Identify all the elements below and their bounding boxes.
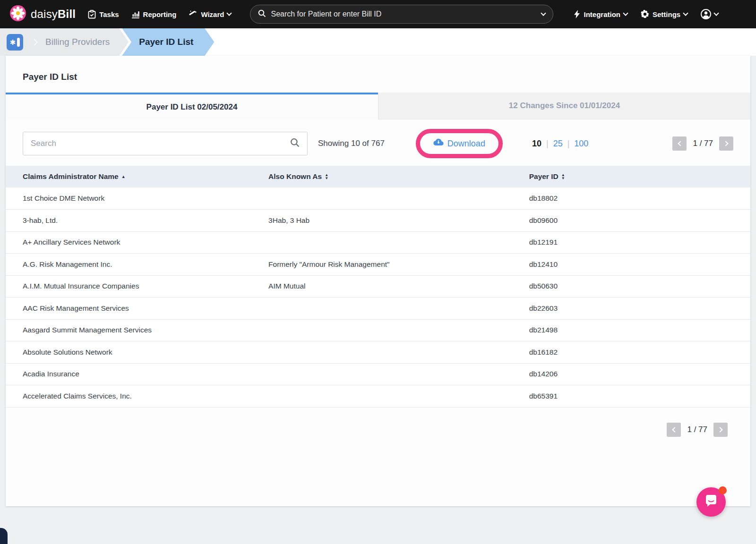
showing-count-label: Showing 10 of 767 [318, 139, 385, 148]
global-search-input[interactable] [271, 10, 537, 18]
annotation-highlight-ring: Download [416, 129, 503, 158]
next-page-button[interactable] [719, 136, 733, 151]
table-body: 1st Choice DME Network db18802 3-hab, Lt… [6, 187, 750, 407]
top-navigation-bar: daisyBill Tasks Reporting [0, 0, 756, 28]
tasks-clipboard-icon [88, 10, 96, 19]
sort-ascending-icon: ▲ [121, 175, 126, 179]
cell-payer-id: db12191 [512, 231, 750, 254]
chevron-left-icon [672, 427, 677, 432]
table-toolbar: Showing 10 of 767 Download 10 | 25 | 100 [6, 119, 750, 166]
table-search[interactable] [23, 132, 308, 155]
reporting-chart-icon [131, 10, 140, 18]
cell-claims-admin-name: Absolute Solutions Network [6, 341, 251, 364]
prev-page-button[interactable] [672, 136, 687, 151]
table-row[interactable]: Absolute Solutions Network db16182 [6, 341, 750, 364]
nav-item-tasks[interactable]: Tasks [88, 10, 119, 19]
daisybill-logo[interactable]: daisyBill [9, 5, 76, 24]
nav-item-integration[interactable]: Integration [574, 10, 627, 18]
table-row[interactable]: Aasgard Summit Management Services db214… [6, 319, 750, 341]
table-row[interactable]: Accelerated Claims Services, Inc. db6539… [6, 385, 750, 408]
chevron-left-icon [678, 141, 683, 146]
table-search-input[interactable] [31, 139, 290, 148]
cell-claims-admin-name: Accelerated Claims Services, Inc. [6, 385, 251, 408]
cloud-download-icon [433, 138, 444, 149]
tab-bar: Payer ID List 02/05/2024 12 Changes Sinc… [6, 93, 750, 119]
search-icon [258, 9, 266, 19]
cell-claims-admin-name: 3-hab, Ltd. [6, 210, 251, 232]
cell-also-known-as: AIM Mutual [251, 275, 512, 298]
cell-claims-admin-name: A.I.M. Mutual Insurance Companies [6, 275, 251, 298]
cell-also-known-as [251, 319, 512, 341]
column-header-also-known-as: Also Known As ▲▼ [251, 166, 512, 187]
cell-also-known-as [251, 341, 512, 364]
breadcrumb-item-payer-id-list[interactable]: Payer ID List [122, 28, 214, 56]
table-row[interactable]: A.I.M. Mutual Insurance Companies AIM Mu… [6, 275, 750, 298]
background-corner-shape [0, 528, 8, 544]
cell-payer-id: db22603 [512, 298, 750, 320]
cell-payer-id: db21498 [512, 319, 750, 341]
asterisk-glyph: ✱ [10, 39, 16, 46]
cell-payer-id: db09600 [512, 210, 750, 232]
download-button[interactable]: Download [433, 138, 485, 149]
chat-bubble-icon [704, 493, 719, 510]
page-size-100[interactable]: 100 [574, 139, 588, 149]
notification-dot [719, 486, 727, 494]
lightning-bolt-icon [574, 10, 580, 18]
daisy-flower-icon [9, 5, 26, 24]
chevron-down-icon[interactable] [541, 10, 546, 16]
pagination-bottom: 1 / 77 [6, 408, 750, 437]
cell-also-known-as [251, 363, 512, 385]
breadcrumb: ✱ Billing Providers Payer ID List [0, 28, 756, 56]
pagination-top: 1 / 77 [672, 136, 733, 151]
nav-item-wizard[interactable]: Wizard [189, 10, 231, 18]
cell-also-known-as [251, 187, 512, 210]
cell-payer-id: db18802 [512, 187, 750, 210]
next-page-button[interactable] [713, 423, 728, 437]
bar-glyph [17, 38, 20, 47]
chevron-down-icon [623, 10, 628, 16]
breadcrumb-previous-segment: ✱ Billing Providers [0, 28, 129, 56]
cell-claims-admin-name: 1st Choice DME Network [6, 187, 251, 210]
chevron-right-icon [723, 141, 728, 146]
cell-claims-admin-name: Acadia Insurance [6, 363, 251, 385]
user-avatar-icon [701, 9, 711, 19]
table-row[interactable]: 3-hab, Ltd. 3Hab, 3 Hab db09600 [6, 210, 750, 232]
chat-launcher-button[interactable] [696, 487, 726, 517]
page-size-25[interactable]: 25 [553, 139, 563, 149]
breadcrumb-separator-icon [31, 38, 38, 46]
cell-also-known-as [251, 231, 512, 254]
cell-payer-id: db65391 [512, 385, 750, 408]
table-row[interactable]: A.G. Risk Management Inc. Formerly "Armo… [6, 254, 750, 276]
brand-name: daisyBill [31, 8, 76, 21]
table-header-row: Claims Administrator Name ▲ Also Known A… [6, 166, 750, 187]
column-header-payer-id: Payer ID ▲▼ [512, 166, 750, 187]
breadcrumb-item-billing-providers[interactable]: Billing Providers [45, 37, 110, 47]
cell-payer-id: db14206 [512, 363, 750, 385]
home-app-icon[interactable]: ✱ [7, 34, 23, 51]
prev-page-button[interactable] [667, 423, 681, 437]
nav-item-settings[interactable]: Settings [641, 10, 687, 18]
chevron-down-icon [683, 10, 688, 16]
page-indicator: 1 / 77 [693, 139, 713, 148]
page-size-10[interactable]: 10 [532, 139, 541, 149]
table-row[interactable]: Acadia Insurance db14206 [6, 363, 750, 385]
chevron-down-icon [713, 10, 719, 16]
wizard-wand-icon [189, 10, 198, 18]
sort-both-icon: ▲▼ [561, 173, 565, 180]
cell-also-known-as: Formerly "Armour Risk Management" [251, 254, 512, 276]
table-row[interactable]: A+ Ancillary Services Network db12191 [6, 231, 750, 254]
tab-changes-since[interactable]: 12 Changes Since 01/01/2024 [378, 93, 750, 119]
cell-claims-admin-name: Aasgard Summit Management Services [6, 319, 251, 341]
page-title: Payer ID List [6, 56, 750, 93]
table-row[interactable]: 1st Choice DME Network db18802 [6, 187, 750, 210]
global-search[interactable] [250, 5, 553, 24]
table-row[interactable]: AAC Risk Management Services db22603 [6, 298, 750, 320]
tab-payer-id-list[interactable]: Payer ID List 02/05/2024 [6, 93, 378, 119]
cell-claims-admin-name: A.G. Risk Management Inc. [6, 254, 251, 276]
cell-claims-admin-name: AAC Risk Management Services [6, 298, 251, 320]
column-header-claims-admin-name: Claims Administrator Name ▲ [6, 166, 251, 187]
account-menu[interactable] [701, 9, 718, 19]
nav-item-reporting[interactable]: Reporting [131, 10, 177, 18]
search-icon [290, 138, 300, 149]
cell-payer-id: db50630 [512, 275, 750, 298]
